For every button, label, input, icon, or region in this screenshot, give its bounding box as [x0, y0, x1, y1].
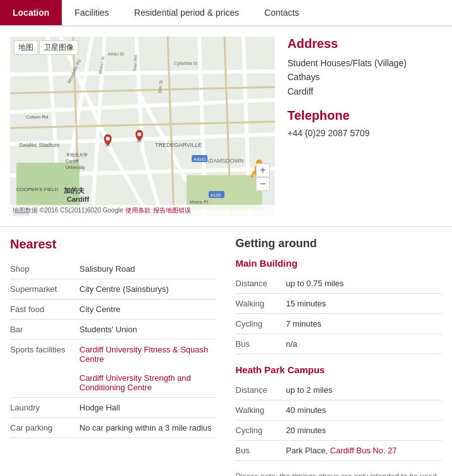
nearest-label: Shop	[10, 259, 79, 279]
transport-label: Cycling	[236, 421, 286, 441]
map-view-btn[interactable]: 地图	[14, 40, 38, 55]
sports-link-2[interactable]: Cardiff University Strength and Conditio…	[79, 373, 191, 392]
svg-text:COOPER'S FIELD: COOPER'S FIELD	[16, 187, 59, 192]
svg-text:ADAMSDOWN: ADAMSDOWN	[206, 158, 244, 164]
nearest-label: Fast food	[10, 299, 79, 320]
transport-label: Cycling	[236, 314, 286, 334]
transport-label: Walking	[236, 400, 286, 421]
sports-link-1[interactable]: Cardiff University Fitness & Squash Cent…	[79, 345, 208, 364]
transport-value: n/a	[286, 334, 443, 354]
svg-text:Cardiff: Cardiff	[67, 195, 90, 203]
transport-value: Park Place, Cardiff Bus No. 27	[286, 441, 443, 461]
svg-text:Cyfarthfa St: Cyfarthfa St	[174, 61, 197, 66]
map-container: Swalec Stadium COOPER'S FIELD 加的夫 Cardif…	[10, 37, 275, 216]
address-text: Student Houses/Flats (Village) Cathays C…	[287, 56, 442, 98]
map-report[interactable]: 报告地图错误	[153, 206, 191, 215]
table-row: Supermarket City Centre (Sainsburys)	[10, 279, 217, 299]
tab-facilities[interactable]: Facilities	[62, 0, 121, 25]
table-row: Cycling 20 minutes	[236, 421, 443, 441]
transport-label: Bus	[236, 334, 286, 354]
svg-text:A100: A100	[211, 193, 221, 197]
nearest-table: Shop Salisbury Road Supermarket City Cen…	[10, 259, 217, 438]
table-row: Walking 40 minutes	[236, 400, 443, 421]
transport-value: 40 minutes	[286, 400, 443, 421]
tab-residential[interactable]: Residential period & prices	[122, 0, 252, 25]
svg-text:卡他夫大学: 卡他夫大学	[66, 153, 88, 157]
map-footer: 地图数据 ©2016 CS(2011)6020 Google 使用条款 报告地图…	[10, 205, 275, 216]
transport-label: Distance	[236, 380, 286, 400]
telephone-number: +44 (0)29 2087 5709	[287, 128, 442, 138]
map-copyright: 地图数据 ©2016 CS(2011)6020 Google	[13, 206, 123, 215]
heath-park-heading: Heath Park Campus	[236, 364, 443, 375]
zoom-in-btn[interactable]: +	[256, 163, 270, 177]
address-heading: Address	[287, 37, 442, 51]
satellite-view-btn[interactable]: 卫星图像	[39, 40, 78, 55]
tab-location[interactable]: Location	[0, 0, 62, 25]
table-row: Distance up to 0.75 miles	[236, 274, 443, 294]
main-building-heading: Main Building	[236, 258, 443, 269]
telephone-heading: Telephone	[287, 108, 442, 123]
table-row: Walking 15 minutes	[236, 294, 443, 314]
nearest-label: Supermarket	[10, 279, 79, 299]
table-row: Fast food City Centre	[10, 299, 217, 320]
transport-value: up to 2 miles	[286, 380, 443, 400]
nearest-label: Car parking	[10, 418, 79, 438]
nearest-section: Nearest Shop Salisbury Road Supermarket …	[10, 237, 217, 476]
nearest-label: Bar	[10, 320, 79, 340]
svg-text:Arran St: Arran St	[108, 52, 124, 56]
heath-park-table: Distance up to 2 miles Walking 40 minute…	[236, 380, 443, 461]
table-row: Sports facilities Cardiff University Fit…	[10, 340, 217, 398]
table-row: Car parking No car parking within a 3 mi…	[10, 418, 217, 438]
nearest-value: Cardiff University Fitness & Squash Cent…	[79, 340, 217, 398]
svg-point-43	[137, 132, 141, 136]
transport-value: 15 minutes	[286, 294, 443, 314]
nearest-value: City Centre	[79, 299, 217, 320]
svg-text:Colum Rd: Colum Rd	[26, 114, 49, 120]
transport-label: Walking	[236, 294, 286, 314]
svg-text:A4161: A4161	[194, 157, 206, 161]
tab-contacts[interactable]: Contacts	[252, 0, 311, 25]
nearest-label: Sports facilities	[10, 340, 79, 398]
svg-text:University: University	[66, 165, 85, 170]
svg-text:TREDEGARVILLE: TREDEGARVILLE	[155, 142, 202, 148]
table-row: Laundry Hodge Hall	[10, 398, 217, 418]
address-section: Address Student Houses/Flats (Village) C…	[287, 37, 442, 216]
transport-label: Bus	[236, 441, 286, 461]
transport-value: up to 0.75 miles	[286, 274, 443, 294]
bus-link[interactable]: Cardiff Bus No. 27	[330, 446, 397, 455]
transport-label: Distance	[236, 274, 286, 294]
nearest-value: Salisbury Road	[79, 259, 217, 279]
zoom-out-btn[interactable]: −	[256, 177, 270, 191]
table-row: Bar Students' Union	[10, 320, 217, 340]
nearest-value: Students' Union	[79, 320, 217, 340]
nearest-value: Hodge Hall	[79, 398, 217, 418]
main-building-table: Distance up to 0.75 miles Walking 15 min…	[236, 274, 443, 354]
nearest-value: No car parking within a 3 mile radius	[79, 418, 217, 438]
nearest-heading: Nearest	[10, 237, 217, 252]
svg-text:Swalec Stadium: Swalec Stadium	[19, 142, 60, 148]
map-terms[interactable]: 使用条款	[125, 206, 151, 215]
nearest-value: City Centre (Sainsburys)	[79, 279, 217, 299]
note-text: Please note: the timings above are only …	[236, 471, 443, 476]
svg-point-41	[106, 137, 110, 141]
transport-value: 20 minutes	[286, 421, 443, 441]
table-row: Distance up to 2 miles	[236, 380, 443, 400]
svg-text:Moira Pl: Moira Pl	[190, 199, 209, 205]
table-row: Cycling 7 minutes	[236, 314, 443, 334]
transport-value: 7 minutes	[286, 314, 443, 334]
table-row: Bus Park Place, Cardiff Bus No. 27	[236, 441, 443, 461]
table-row: Shop Salisbury Road	[10, 259, 217, 279]
svg-text:加的夫: 加的夫	[63, 187, 85, 194]
getting-around-heading: Getting around	[236, 237, 443, 250]
table-row: Bus n/a	[236, 334, 443, 354]
getting-around-section: Getting around Main Building Distance up…	[236, 237, 443, 476]
svg-text:Cardiff: Cardiff	[66, 159, 79, 163]
nearest-label: Laundry	[10, 398, 79, 418]
